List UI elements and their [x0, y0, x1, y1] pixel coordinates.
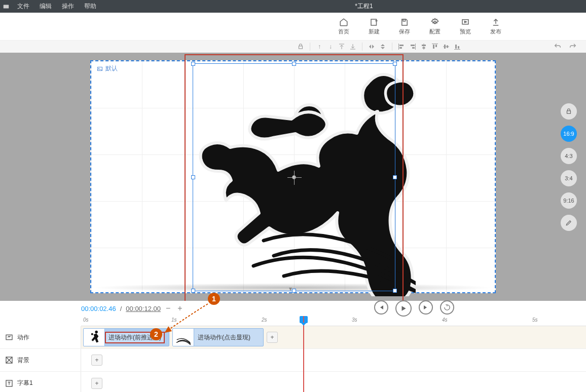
track-bg: 背景 + — [0, 349, 586, 372]
track-label: 字幕1 — [17, 379, 33, 387]
align-center-icon[interactable] — [419, 42, 429, 52]
flip-h-icon[interactable] — [367, 42, 377, 52]
align-bottom-icon[interactable] — [452, 42, 462, 52]
page-title: *工程1 — [313, 2, 415, 11]
svg-rect-8 — [399, 47, 402, 49]
resize-handle[interactable] — [292, 62, 296, 66]
ratio-16-9-button[interactable]: 16:9 — [561, 126, 577, 142]
redo-icon[interactable] — [568, 42, 578, 52]
current-time: 00:00:02.46 — [81, 305, 116, 312]
ratio-3-4-button[interactable]: 3:4 — [561, 170, 577, 186]
layer-down-icon[interactable]: ↓ — [325, 42, 336, 52]
svg-rect-13 — [422, 45, 426, 46]
text-icon — [5, 379, 13, 387]
edit-ratio-button[interactable] — [561, 215, 577, 231]
align-bar: ↑ ↓ — [0, 41, 586, 53]
lock-icon[interactable] — [296, 42, 306, 52]
svg-point-25 — [99, 68, 99, 68]
loop-button[interactable] — [440, 300, 454, 315]
menu-operate[interactable]: 操作 — [57, 0, 79, 13]
prev-button[interactable] — [374, 300, 388, 315]
home-label: 首页 — [338, 28, 349, 35]
new-label: 新建 — [369, 28, 380, 35]
publish-button[interactable]: 发布 — [490, 18, 501, 35]
svg-rect-27 — [567, 111, 571, 113]
home-button[interactable]: 首页 — [338, 18, 349, 35]
add-clip-button[interactable]: + — [267, 332, 278, 343]
ratio-4-3-button[interactable]: 4:3 — [561, 148, 577, 164]
svg-rect-6 — [398, 44, 399, 50]
resize-handle[interactable] — [191, 175, 195, 179]
time-separator: / — [120, 305, 122, 312]
new-button[interactable]: 新建 — [369, 18, 380, 35]
layer-top-icon[interactable] — [337, 42, 347, 52]
add-subtitle-button[interactable]: + — [91, 378, 102, 389]
menu-file[interactable]: 文件 — [12, 0, 34, 13]
ruler-mark: 0s — [83, 317, 89, 323]
bg-icon — [5, 356, 13, 364]
svg-point-29 — [95, 331, 98, 334]
total-time[interactable]: 00:00:12.00 — [126, 305, 161, 312]
resize-handle[interactable] — [191, 62, 195, 66]
svg-rect-10 — [411, 45, 415, 46]
track-anim: 动作 进场动作(前推进入) 进场动作(点击显现) + — [0, 326, 586, 349]
scene-label: 默认 — [96, 64, 118, 73]
align-left-icon[interactable] — [396, 42, 407, 52]
svg-rect-1 — [371, 19, 377, 25]
ruler-mark: 4s — [442, 317, 448, 323]
track-label: 动作 — [17, 333, 29, 342]
flip-v-icon[interactable] — [378, 42, 388, 52]
chevron-down-icon[interactable]: ▾ — [289, 285, 292, 292]
track-head-anim[interactable]: 动作 — [0, 326, 81, 348]
annotation-2: 2 — [150, 328, 162, 340]
layer-bottom-icon[interactable] — [348, 42, 358, 52]
resize-handle[interactable] — [393, 62, 397, 66]
svg-rect-7 — [399, 45, 404, 46]
menu-help[interactable]: 帮助 — [79, 0, 101, 13]
save-label: 保存 — [399, 28, 410, 35]
svg-rect-22 — [455, 45, 457, 49]
timeline-ruler[interactable]: 0s 1s 2s 3s 4s 5s — [81, 316, 586, 326]
selection-box[interactable] — [193, 63, 395, 291]
resize-handle[interactable] — [393, 175, 397, 179]
resize-handle[interactable] — [292, 289, 296, 293]
ratio-9-16-button[interactable]: 9:16 — [561, 192, 577, 209]
add-bg-button[interactable]: + — [91, 355, 102, 366]
resize-handle[interactable] — [191, 289, 195, 293]
track-head-bg[interactable]: 背景 — [0, 349, 81, 371]
svg-rect-2 — [403, 19, 406, 21]
lock-ratio-button[interactable] — [561, 103, 577, 120]
main-toolbar: 首页 新建 保存 配置 预览 发布 — [0, 13, 586, 41]
preview-label: 预览 — [460, 28, 471, 35]
timeline-panel: 0s 1s 2s 3s 4s 5s 动作 进场动作(前推进入) — [0, 316, 586, 392]
preview-button[interactable]: 预览 — [460, 18, 471, 35]
stage[interactable]: 默认 — [90, 60, 496, 293]
save-button[interactable]: 保存 — [399, 18, 410, 35]
config-button[interactable]: 配置 — [429, 18, 441, 35]
svg-rect-28 — [6, 335, 12, 339]
resize-handle[interactable] — [393, 289, 397, 293]
play-controls — [374, 300, 454, 317]
svg-rect-23 — [458, 46, 459, 49]
publish-label: 发布 — [490, 28, 501, 35]
anchor-point-icon[interactable] — [292, 175, 296, 179]
undo-icon[interactable] — [553, 42, 563, 52]
svg-rect-19 — [444, 45, 446, 49]
svg-rect-9 — [415, 44, 416, 50]
anim-icon — [5, 333, 13, 341]
menu-edit[interactable]: 编辑 — [34, 0, 57, 13]
play-button[interactable] — [395, 300, 412, 317]
next-button[interactable] — [419, 300, 433, 315]
svg-rect-21 — [454, 49, 460, 50]
align-middle-icon[interactable] — [441, 42, 451, 52]
track-head-subtitle[interactable]: 字幕1 — [0, 372, 81, 392]
svg-point-30 — [91, 333, 93, 335]
svg-rect-12 — [424, 44, 424, 50]
svg-rect-20 — [447, 46, 448, 48]
ruler-mark: 3s — [352, 317, 357, 323]
app-icon — [0, 3, 12, 10]
align-top-icon[interactable] — [430, 42, 440, 52]
layer-up-icon[interactable]: ↑ — [314, 42, 324, 52]
svg-rect-11 — [412, 47, 415, 49]
align-right-icon[interactable] — [408, 42, 418, 52]
